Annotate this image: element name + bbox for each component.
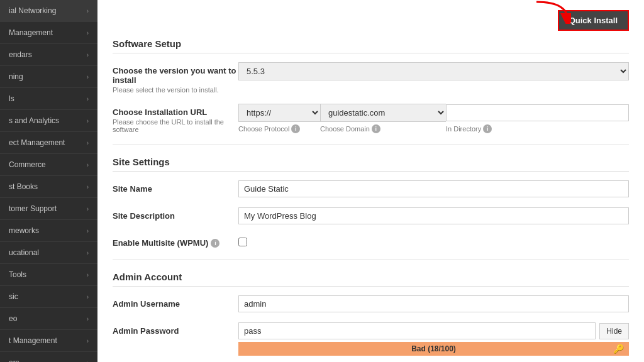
url-row: https:// http:// guidestatic.com xyxy=(238,104,629,122)
domain-sublabel: Choose Domain xyxy=(320,125,370,133)
sidebar-item-others[interactable]: ers › xyxy=(0,352,97,362)
sidebar-item-label: Management xyxy=(9,28,53,37)
site-name-group: Site Name xyxy=(113,180,629,197)
sidebar-item-label: ls xyxy=(9,94,14,103)
sidebar-item-content-management[interactable]: t Management › xyxy=(0,330,97,352)
sidebar-item-label: eo xyxy=(9,314,17,323)
username-label: Admin Username xyxy=(113,299,238,309)
sidebar-item-calendars[interactable]: endars › xyxy=(0,44,97,66)
sidebar-item-label: Commerce xyxy=(9,160,46,169)
password-strength-bar: Bad (18/100) 🔑 xyxy=(238,342,629,356)
sidebar-item-label: ial Networking xyxy=(9,6,56,15)
hide-password-button[interactable]: Hide xyxy=(599,323,629,339)
multisite-group: Enable Multisite (WPMU) i xyxy=(113,234,629,248)
directory-sublabel: In Directory xyxy=(446,125,481,133)
software-setup-title: Software Setup xyxy=(113,38,629,53)
chevron-right-icon: › xyxy=(87,293,89,300)
chevron-right-icon: › xyxy=(87,337,89,344)
site-desc-group: Site Description xyxy=(113,207,629,224)
red-arrow-indicator xyxy=(533,0,571,24)
sidebar-item-project-management[interactable]: ect Management › xyxy=(0,132,97,154)
sidebar-item-tools[interactable]: ls › xyxy=(0,88,97,110)
chevron-right-icon: › xyxy=(87,250,89,256)
sidebar-item-stats-analytics[interactable]: s and Analytics › xyxy=(0,110,97,132)
username-group: Admin Username xyxy=(113,295,629,312)
sidebar-item-micro-tools[interactable]: Tools › xyxy=(0,264,97,286)
sidebar-item-ecommerce[interactable]: Commerce › xyxy=(0,154,97,176)
site-desc-label: Site Description xyxy=(113,211,238,221)
password-group: Admin Password Hide Bad (18/100) 🔑 xyxy=(113,322,629,356)
site-desc-input[interactable] xyxy=(238,207,629,224)
sidebar-item-label: s and Analytics xyxy=(9,116,59,125)
sidebar-item-label: endars xyxy=(9,50,32,59)
multisite-label: Enable Multisite (WPMU) xyxy=(113,238,208,248)
main-content: Quick Install Software Setup Choose the … xyxy=(97,0,644,362)
chevron-right-icon: › xyxy=(87,184,89,190)
sidebar-item-video[interactable]: eo › xyxy=(0,308,97,330)
divider-1 xyxy=(113,145,629,145)
directory-info-icon[interactable]: i xyxy=(483,124,492,133)
chevron-right-icon: › xyxy=(87,359,89,363)
key-icon: 🔑 xyxy=(613,344,624,354)
chevron-right-icon: › xyxy=(87,118,89,124)
site-settings-title: Site Settings xyxy=(113,156,629,172)
version-select[interactable]: 5.5.3 xyxy=(238,62,629,80)
sidebar-item-label: st Books xyxy=(9,182,38,191)
chevron-right-icon: › xyxy=(87,140,89,146)
chevron-right-icon: › xyxy=(87,52,89,58)
chevron-right-icon: › xyxy=(87,206,89,212)
sidebar-item-label: ers xyxy=(9,358,19,362)
directory-input[interactable] xyxy=(446,104,629,121)
sidebar-item-label: tomer Support xyxy=(9,204,57,213)
strength-text: Bad (18/100) xyxy=(411,344,456,353)
chevron-right-icon: › xyxy=(87,96,89,102)
protocol-info-icon[interactable]: i xyxy=(291,124,300,133)
sidebar-item-label: ucational xyxy=(9,248,39,257)
sidebar-item-educational[interactable]: ucational › xyxy=(0,242,97,264)
sidebar-item-label: sic xyxy=(9,292,18,301)
sidebar-item-label: meworks xyxy=(9,226,39,235)
site-name-input[interactable] xyxy=(238,180,629,197)
top-bar: Quick Install xyxy=(113,10,629,31)
url-sublabel: Please choose the URL to install the sof… xyxy=(113,118,238,133)
chevron-right-icon: › xyxy=(87,228,89,234)
chevron-right-icon: › xyxy=(87,162,89,168)
password-label: Admin Password xyxy=(113,326,238,336)
chevron-right-icon: › xyxy=(87,30,89,36)
protocol-sublabel: Choose Protocol xyxy=(238,125,289,133)
sidebar-item-music[interactable]: sic › xyxy=(0,286,97,308)
sidebar-item-guestbooks[interactable]: st Books › xyxy=(0,176,97,198)
sidebar-item-label: ect Management xyxy=(9,138,65,147)
site-name-label: Site Name xyxy=(113,184,238,194)
sidebar: ial Networking › Management › endars › n… xyxy=(0,0,97,362)
domain-info-icon[interactable]: i xyxy=(372,124,380,133)
divider-2 xyxy=(113,260,629,260)
sidebar-item-label: ning xyxy=(9,72,23,81)
chevron-right-icon: › xyxy=(87,272,89,278)
version-sublabel: Please select the version to install. xyxy=(113,86,238,94)
chevron-right-icon: › xyxy=(87,74,89,80)
version-group: Choose the version you want to install P… xyxy=(113,62,629,94)
admin-account-title: Admin Account xyxy=(113,272,629,287)
url-label: Choose Installation URL xyxy=(113,107,238,117)
username-input[interactable] xyxy=(238,295,629,312)
protocol-select[interactable]: https:// http:// xyxy=(238,104,320,122)
url-group: Choose Installation URL Please choose th… xyxy=(113,104,629,133)
sidebar-item-label: t Management xyxy=(9,336,57,345)
sidebar-item-customer-support[interactable]: tomer Support › xyxy=(0,198,97,220)
domain-select[interactable]: guidestatic.com xyxy=(320,104,446,122)
multisite-checkbox[interactable] xyxy=(238,238,247,246)
sidebar-item-management[interactable]: Management › xyxy=(0,22,97,44)
sidebar-item-label: Tools xyxy=(9,270,26,279)
password-input[interactable] xyxy=(238,322,596,339)
password-row: Hide xyxy=(238,322,629,339)
sidebar-item-learning[interactable]: ning › xyxy=(0,66,97,88)
chevron-right-icon: › xyxy=(87,8,89,14)
version-label: Choose the version you want to install xyxy=(113,66,238,85)
chevron-right-icon: › xyxy=(87,315,89,322)
sidebar-item-social-networking[interactable]: ial Networking › xyxy=(0,0,97,22)
multisite-info-icon[interactable]: i xyxy=(211,239,219,248)
sidebar-item-frameworks[interactable]: meworks › xyxy=(0,220,97,242)
